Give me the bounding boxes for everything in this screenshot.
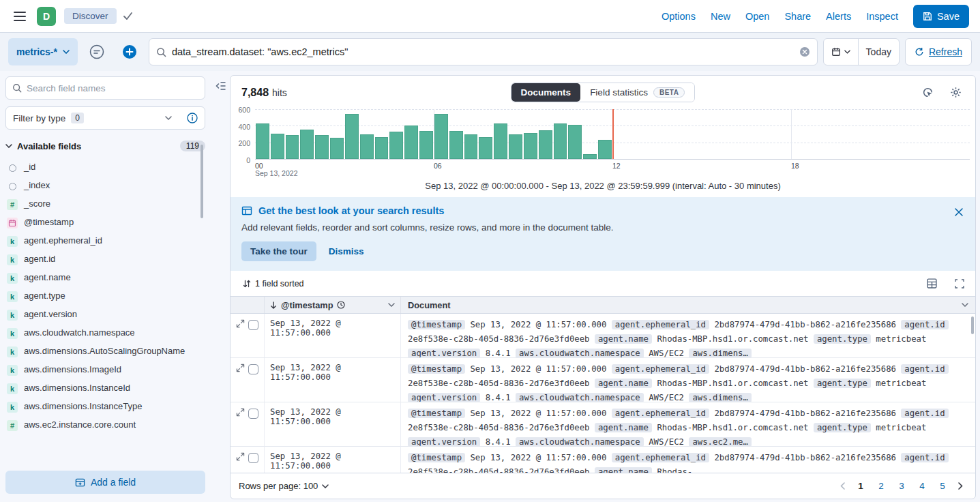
top-link-options[interactable]: Options (662, 11, 696, 22)
top-link-alerts[interactable]: Alerts (826, 11, 851, 22)
field-item[interactable]: kaws.dimensions.AutoScalingGroupName (5, 342, 205, 361)
row-checkbox[interactable] (248, 364, 258, 374)
filter-by-type-button[interactable]: Filter by type 0 (5, 106, 205, 130)
histogram-bar[interactable] (464, 134, 478, 160)
close-callout-button[interactable] (952, 205, 966, 219)
available-fields-header[interactable]: Available fields 119 (5, 141, 205, 151)
histogram-bar[interactable] (494, 123, 507, 159)
top-link-share[interactable]: Share (784, 11, 811, 22)
date-picker-button[interactable] (824, 39, 858, 65)
document-column-header[interactable]: Document (401, 297, 975, 313)
histogram-chart[interactable]: 0200400600 00Sep 13, 2022061218 (231, 108, 975, 177)
document-column-label: Document (408, 300, 451, 310)
field-badge: aws.dimens… (689, 349, 751, 357)
histogram-bar[interactable] (315, 135, 329, 159)
field-item[interactable]: #aws.ec2.instance.core.count (5, 416, 205, 434)
saved-query-menu-button[interactable] (83, 38, 110, 65)
timestamp-column-header[interactable]: @timestamp (265, 297, 401, 313)
add-field-button[interactable]: Add a field (5, 471, 205, 494)
expand-row-button[interactable] (236, 364, 245, 372)
table-row: Sep 13, 2022 @ 11:57:00.000@timestamp Se… (231, 447, 975, 473)
expand-row-button[interactable] (236, 319, 245, 328)
histogram-bar[interactable] (256, 123, 269, 159)
expand-row-button[interactable] (236, 408, 245, 417)
histogram-bar[interactable] (404, 126, 418, 159)
histogram-bar[interactable] (583, 154, 597, 159)
field-item[interactable]: kaws.cloudwatch.namespace (5, 324, 205, 342)
histogram-bar[interactable] (389, 132, 403, 159)
top-link-inspect[interactable]: Inspect (866, 11, 898, 22)
histogram-bar[interactable] (524, 133, 537, 159)
add-filter-button[interactable] (116, 38, 143, 65)
histogram-bar[interactable] (568, 125, 582, 159)
take-tour-button[interactable]: Take the tour (241, 241, 316, 261)
expand-row-button[interactable] (236, 452, 245, 461)
refresh-button[interactable]: Refresh (905, 38, 972, 65)
dismiss-button[interactable]: Dismiss (329, 246, 364, 256)
histogram-bar[interactable] (330, 138, 344, 159)
field-item[interactable]: kagent.id (5, 250, 205, 269)
row-checkbox[interactable] (248, 453, 258, 463)
histogram-bar[interactable] (419, 131, 433, 159)
histogram-bar[interactable] (300, 130, 314, 159)
field-item[interactable]: kaws.dimensions.InstanceType (5, 398, 205, 416)
cursor-explore-button[interactable] (919, 84, 936, 101)
sidebar-scrollbar[interactable] (201, 145, 203, 218)
row-checkbox[interactable] (248, 320, 258, 330)
field-item[interactable]: @timestamp (5, 213, 205, 232)
page-button-3[interactable]: 3 (893, 477, 910, 495)
query-input[interactable] (172, 46, 794, 57)
field-item[interactable]: kagent.ephemeral_id (5, 232, 205, 250)
field-item[interactable]: _index (5, 177, 205, 195)
data-view-picker[interactable]: metrics-* (8, 38, 78, 65)
table-scrollbar[interactable] (971, 316, 974, 334)
page-button-1[interactable]: 1 (852, 477, 870, 495)
breadcrumb[interactable]: Discover (64, 8, 117, 24)
page-button-2[interactable]: 2 (872, 477, 890, 495)
field-search-input[interactable] (27, 83, 198, 93)
histogram-bar[interactable] (554, 123, 567, 159)
histogram-bar[interactable] (539, 130, 552, 159)
field-item[interactable]: kaws.dimensions.InstanceId (5, 379, 205, 398)
page-button-4[interactable]: 4 (913, 477, 931, 495)
info-icon[interactable] (187, 113, 198, 123)
histogram-bar[interactable] (345, 114, 359, 159)
tab-documents[interactable]: Documents (511, 83, 581, 102)
chevron-down-icon[interactable] (962, 303, 968, 307)
row-checkbox[interactable] (248, 409, 258, 419)
field-item[interactable]: kaws.dimensions.ImageId (5, 361, 205, 379)
fullscreen-button[interactable] (952, 276, 967, 291)
display-options-button[interactable] (924, 276, 940, 291)
histogram-bar[interactable] (360, 134, 374, 160)
date-quick-select-button[interactable]: Today (858, 39, 899, 65)
top-link-open[interactable]: Open (745, 11, 769, 22)
chevron-down-icon[interactable] (388, 303, 395, 307)
tab-field-statistics[interactable]: Field statisticsBETA (580, 83, 694, 102)
field-item[interactable]: _id (5, 158, 205, 177)
histogram-bar[interactable] (286, 135, 299, 159)
histogram-bar[interactable] (509, 134, 522, 159)
histogram-bar[interactable] (449, 131, 463, 159)
chart-options-button[interactable] (947, 84, 964, 101)
previous-page-button[interactable] (836, 479, 849, 492)
space-avatar[interactable]: D (37, 7, 56, 26)
histogram-bar[interactable] (598, 140, 612, 159)
histogram-bar[interactable] (271, 134, 284, 159)
field-item[interactable]: kagent.version (5, 306, 205, 324)
rows-per-page-button[interactable]: Rows per page: 100 (239, 481, 329, 491)
clear-query-button[interactable] (799, 46, 810, 57)
save-button[interactable]: Save (913, 5, 969, 28)
menu-button[interactable] (11, 9, 29, 24)
top-link-new[interactable]: New (711, 11, 730, 22)
field-item[interactable]: kagent.name (5, 269, 205, 287)
field-item[interactable]: #_score (5, 195, 205, 213)
page-button-5[interactable]: 5 (934, 477, 951, 495)
next-page-button[interactable] (954, 479, 967, 492)
keyword-field-icon: k (7, 310, 18, 321)
histogram-bar[interactable] (479, 137, 492, 159)
collapse-sidebar-button[interactable] (215, 80, 226, 91)
histogram-bar[interactable] (375, 137, 389, 159)
field-item[interactable]: kagent.type (5, 287, 205, 306)
sort-fields-button[interactable]: 1 field sorted (239, 277, 308, 291)
histogram-bar[interactable] (434, 114, 448, 159)
